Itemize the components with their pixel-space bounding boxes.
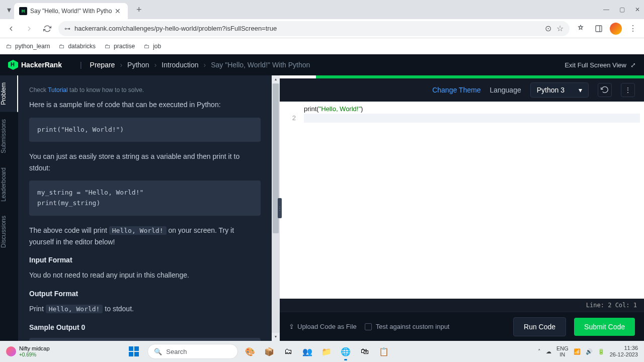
- section-heading-input: Input Format: [29, 254, 261, 265]
- progress-segment: [316, 75, 644, 78]
- line-gutter: 2: [280, 102, 300, 299]
- problem-content: Check Tutorial tab to know how to to sol…: [18, 75, 272, 341]
- taskbar-app-icon[interactable]: 🎨: [242, 343, 258, 359]
- breadcrumb-introduction[interactable]: Introduction: [162, 61, 198, 69]
- chrome-menu-icon[interactable]: ⋮: [626, 22, 640, 36]
- chevron-right-icon: ›: [204, 61, 206, 69]
- sample-output-block: Hello, World!: [29, 338, 261, 341]
- progress-bar: [280, 75, 644, 78]
- site-info-icon[interactable]: ⊶: [64, 25, 70, 32]
- taskbar-folder-icon[interactable]: 📁: [318, 343, 335, 359]
- problem-paragraph: The above code will print Hello, World! …: [29, 225, 261, 247]
- progress-segment: [280, 75, 316, 78]
- hackerrank-header: HackerRank | Prepare › Python › Introduc…: [0, 54, 644, 75]
- forward-button[interactable]: [22, 22, 36, 36]
- windows-taskbar: Nifty midcap +0.69% 🔍 Search 🎨 📦 🗂 👥 📁 🌐…: [0, 341, 644, 362]
- side-panel-icon[interactable]: [592, 22, 606, 36]
- side-tab-leaderboard[interactable]: Leaderboard: [0, 160, 18, 209]
- section-heading-sample: Sample Output 0: [29, 322, 261, 333]
- taskbar-explorer-icon[interactable]: 🗂: [280, 343, 296, 359]
- panel-resize-handle[interactable]: [278, 198, 282, 218]
- scroll-up-icon[interactable]: ▴: [272, 75, 280, 83]
- change-theme-link[interactable]: Change Theme: [432, 86, 480, 94]
- reset-code-icon[interactable]: [598, 83, 612, 97]
- close-window-icon[interactable]: ✕: [635, 6, 640, 13]
- breadcrumb: Prepare › Python › Introduction › Say "H…: [90, 61, 310, 69]
- editor-panel: Change Theme Language Python 3 ▾ ⋮ 2 pri…: [280, 75, 644, 341]
- favicon-icon: H: [19, 7, 27, 15]
- address-bar[interactable]: ⊶ hackerrank.com/challenges/py-hello-wor…: [58, 21, 570, 36]
- exit-fullscreen-button[interactable]: Exit Full Screen View ⤢: [565, 61, 636, 69]
- taskbar-store-icon[interactable]: 🛍: [357, 343, 373, 359]
- problem-paragraph: Here is a sample line of code that can b…: [29, 99, 261, 110]
- taskbar-chrome-icon[interactable]: 🌐: [338, 343, 354, 359]
- browser-tab[interactable]: H Say "Hello, World!" With Pytho ✕: [14, 3, 128, 19]
- bookmark-star-icon[interactable]: ☆: [556, 24, 564, 33]
- bookmark-job[interactable]: 🗀job: [144, 43, 161, 50]
- profile-avatar[interactable]: [610, 23, 622, 35]
- tray-onedrive-icon[interactable]: ☁: [546, 348, 551, 355]
- bookmark-python-learn[interactable]: 🗀python_learn: [6, 43, 50, 50]
- breadcrumb-prepare[interactable]: Prepare: [90, 61, 115, 69]
- taskbar-search[interactable]: 🔍 Search: [147, 344, 238, 359]
- run-code-button[interactable]: Run Code: [513, 317, 566, 336]
- upload-code-link[interactable]: ⇪ Upload Code as File: [289, 323, 357, 330]
- chevron-down-icon: ▾: [579, 86, 582, 94]
- close-tab-icon[interactable]: ✕: [115, 7, 123, 15]
- editor-toolbar: Change Theme Language Python 3 ▾ ⋮: [280, 78, 644, 102]
- system-tray: ˄ ☁ ENG IN 📶 🔊 🔋 11:36 26-12-2023: [538, 345, 638, 358]
- back-button[interactable]: [4, 22, 18, 36]
- hackerrank-logo-icon: [8, 60, 18, 70]
- editor-menu-icon[interactable]: ⋮: [621, 83, 635, 97]
- bookmarks-bar: 🗀python_learn 🗀databricks 🗀practise 🗀job: [0, 38, 644, 54]
- code-editor[interactable]: 2 print("Hello, World!"): [280, 102, 644, 299]
- taskbar-app-icon[interactable]: 📦: [261, 343, 277, 359]
- side-tab-discussions[interactable]: Discussions: [0, 209, 18, 255]
- maximize-icon[interactable]: ▢: [619, 6, 625, 13]
- upload-icon: ⇪: [289, 323, 294, 330]
- breadcrumb-python[interactable]: Python: [127, 61, 149, 69]
- scroll-down-icon[interactable]: ▾: [272, 333, 280, 341]
- tab-title: Say "Hello, World!" With Pytho: [30, 8, 112, 15]
- language-select[interactable]: Python 3 ▾: [530, 82, 589, 98]
- tray-battery-icon[interactable]: 🔋: [598, 348, 605, 355]
- bookmark-databricks[interactable]: 🗀databricks: [59, 43, 96, 50]
- side-tab-problem[interactable]: Problem: [0, 75, 18, 112]
- browser-toolbar: ⊶ hackerrank.com/challenges/py-hello-wor…: [0, 19, 644, 38]
- start-button[interactable]: [124, 343, 143, 359]
- stock-icon: [6, 346, 16, 356]
- side-tab-submissions[interactable]: Submissions: [0, 112, 18, 160]
- submit-code-button[interactable]: Submit Code: [574, 318, 635, 336]
- new-tab-button[interactable]: +: [132, 3, 146, 17]
- tray-chevron-icon[interactable]: ˄: [538, 348, 541, 355]
- stock-widget[interactable]: Nifty midcap +0.69%: [6, 345, 50, 357]
- bookmark-practise[interactable]: 🗀practise: [105, 43, 135, 50]
- tab-search-dropdown[interactable]: ▾: [4, 5, 14, 15]
- breadcrumb-current: Say "Hello, World!" With Python: [211, 61, 310, 69]
- problem-paragraph: You do not need to read any input in thi…: [29, 269, 261, 281]
- folder-icon: 🗀: [6, 43, 12, 50]
- password-key-icon[interactable]: ⊙: [545, 24, 551, 33]
- checkbox-icon[interactable]: [365, 323, 372, 330]
- browser-tab-strip: ▾ H Say "Hello, World!" With Pytho ✕ + —…: [0, 0, 644, 19]
- taskbar-clock[interactable]: 11:36 26-12-2023: [610, 345, 638, 358]
- tray-volume-icon[interactable]: 🔊: [586, 348, 593, 355]
- hackerrank-logo[interactable]: HackerRank: [8, 60, 62, 70]
- svg-rect-0: [596, 26, 602, 32]
- taskbar-app-icon[interactable]: 📋: [376, 343, 392, 359]
- folder-icon: 🗀: [105, 43, 111, 50]
- code-block: print("Hello, World!"): [29, 118, 261, 142]
- chevron-right-icon: ›: [120, 61, 122, 69]
- taskbar-teams-icon[interactable]: 👥: [299, 343, 315, 359]
- folder-icon: 🗀: [144, 43, 150, 50]
- window-controls: — ▢ ✕: [603, 6, 640, 13]
- extensions-icon[interactable]: [574, 22, 588, 36]
- url-text: hackerrank.com/challenges/py-hello-world…: [74, 25, 541, 32]
- reload-button[interactable]: [40, 22, 54, 36]
- code-area[interactable]: print("Hello, World!"): [300, 102, 644, 299]
- minimize-icon[interactable]: —: [603, 6, 609, 13]
- tutorial-link[interactable]: Tutorial: [48, 86, 68, 94]
- tray-wifi-icon[interactable]: 📶: [574, 348, 581, 355]
- section-heading-output: Output Format: [29, 288, 261, 299]
- custom-input-toggle[interactable]: Test against custom input: [365, 323, 450, 330]
